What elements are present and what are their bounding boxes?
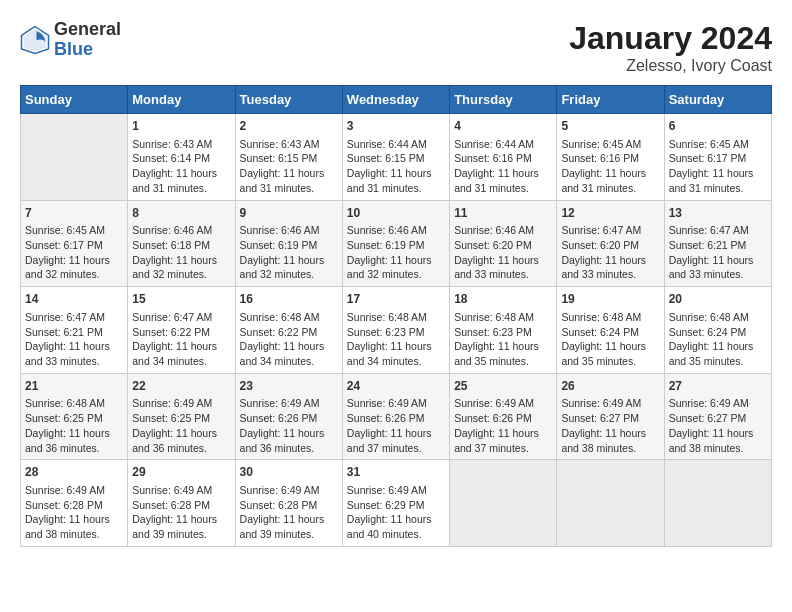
day-number: 28 [25,464,123,481]
day-number: 8 [132,205,230,222]
day-number: 12 [561,205,659,222]
day-number: 23 [240,378,338,395]
sunset-text: Sunset: 6:17 PM [669,151,767,166]
calendar-cell: 7Sunrise: 6:45 AMSunset: 6:17 PMDaylight… [21,200,128,287]
sunset-text: Sunset: 6:26 PM [347,411,445,426]
sunset-text: Sunset: 6:21 PM [25,325,123,340]
day-number: 10 [347,205,445,222]
daylight-text: Daylight: 11 hours and 33 minutes. [669,253,767,282]
sunset-text: Sunset: 6:26 PM [454,411,552,426]
calendar-cell: 9Sunrise: 6:46 AMSunset: 6:19 PMDaylight… [235,200,342,287]
calendar-cell: 15Sunrise: 6:47 AMSunset: 6:22 PMDayligh… [128,287,235,374]
sunset-text: Sunset: 6:26 PM [240,411,338,426]
calendar-cell: 31Sunrise: 6:49 AMSunset: 6:29 PMDayligh… [342,460,449,547]
calendar-cell: 27Sunrise: 6:49 AMSunset: 6:27 PMDayligh… [664,373,771,460]
calendar-cell: 24Sunrise: 6:49 AMSunset: 6:26 PMDayligh… [342,373,449,460]
day-number: 3 [347,118,445,135]
sunset-text: Sunset: 6:23 PM [454,325,552,340]
daylight-text: Daylight: 11 hours and 35 minutes. [454,339,552,368]
calendar-week-5: 28Sunrise: 6:49 AMSunset: 6:28 PMDayligh… [21,460,772,547]
day-number: 11 [454,205,552,222]
logo: General Blue [20,20,121,60]
sunset-text: Sunset: 6:28 PM [132,498,230,513]
sunrise-text: Sunrise: 6:43 AM [240,137,338,152]
sunset-text: Sunset: 6:15 PM [240,151,338,166]
daylight-text: Daylight: 11 hours and 32 minutes. [25,253,123,282]
day-number: 9 [240,205,338,222]
calendar-cell: 17Sunrise: 6:48 AMSunset: 6:23 PMDayligh… [342,287,449,374]
calendar-cell: 6Sunrise: 6:45 AMSunset: 6:17 PMDaylight… [664,114,771,201]
daylight-text: Daylight: 11 hours and 31 minutes. [240,166,338,195]
page-subtitle: Zelesso, Ivory Coast [569,57,772,75]
sunset-text: Sunset: 6:18 PM [132,238,230,253]
calendar-cell: 19Sunrise: 6:48 AMSunset: 6:24 PMDayligh… [557,287,664,374]
daylight-text: Daylight: 11 hours and 33 minutes. [561,253,659,282]
title-block: January 2024 Zelesso, Ivory Coast [569,20,772,75]
daylight-text: Daylight: 11 hours and 34 minutes. [240,339,338,368]
sunrise-text: Sunrise: 6:49 AM [240,483,338,498]
calendar-week-3: 14Sunrise: 6:47 AMSunset: 6:21 PMDayligh… [21,287,772,374]
daylight-text: Daylight: 11 hours and 40 minutes. [347,512,445,541]
calendar-cell: 4Sunrise: 6:44 AMSunset: 6:16 PMDaylight… [450,114,557,201]
calendar-cell: 10Sunrise: 6:46 AMSunset: 6:19 PMDayligh… [342,200,449,287]
sunset-text: Sunset: 6:24 PM [669,325,767,340]
day-header-tuesday: Tuesday [235,86,342,114]
calendar-cell: 11Sunrise: 6:46 AMSunset: 6:20 PMDayligh… [450,200,557,287]
day-header-monday: Monday [128,86,235,114]
sunset-text: Sunset: 6:21 PM [669,238,767,253]
day-number: 24 [347,378,445,395]
sunrise-text: Sunrise: 6:49 AM [132,396,230,411]
daylight-text: Daylight: 11 hours and 39 minutes. [132,512,230,541]
sunrise-text: Sunrise: 6:44 AM [454,137,552,152]
sunset-text: Sunset: 6:28 PM [240,498,338,513]
sunrise-text: Sunrise: 6:45 AM [669,137,767,152]
sunset-text: Sunset: 6:24 PM [561,325,659,340]
sunrise-text: Sunrise: 6:45 AM [25,223,123,238]
day-number: 2 [240,118,338,135]
calendar-cell: 23Sunrise: 6:49 AMSunset: 6:26 PMDayligh… [235,373,342,460]
daylight-text: Daylight: 11 hours and 31 minutes. [132,166,230,195]
sunrise-text: Sunrise: 6:49 AM [240,396,338,411]
day-header-sunday: Sunday [21,86,128,114]
calendar-week-4: 21Sunrise: 6:48 AMSunset: 6:25 PMDayligh… [21,373,772,460]
sunset-text: Sunset: 6:16 PM [561,151,659,166]
daylight-text: Daylight: 11 hours and 31 minutes. [561,166,659,195]
calendar-cell: 3Sunrise: 6:44 AMSunset: 6:15 PMDaylight… [342,114,449,201]
daylight-text: Daylight: 11 hours and 37 minutes. [454,426,552,455]
sunrise-text: Sunrise: 6:49 AM [561,396,659,411]
day-number: 15 [132,291,230,308]
daylight-text: Daylight: 11 hours and 31 minutes. [454,166,552,195]
calendar-cell: 29Sunrise: 6:49 AMSunset: 6:28 PMDayligh… [128,460,235,547]
daylight-text: Daylight: 11 hours and 35 minutes. [561,339,659,368]
calendar-table: SundayMondayTuesdayWednesdayThursdayFrid… [20,85,772,547]
sunrise-text: Sunrise: 6:49 AM [132,483,230,498]
day-header-friday: Friday [557,86,664,114]
logo-icon [20,25,50,55]
calendar-cell: 5Sunrise: 6:45 AMSunset: 6:16 PMDaylight… [557,114,664,201]
sunset-text: Sunset: 6:19 PM [240,238,338,253]
sunrise-text: Sunrise: 6:46 AM [132,223,230,238]
sunrise-text: Sunrise: 6:45 AM [561,137,659,152]
calendar-cell [557,460,664,547]
sunrise-text: Sunrise: 6:49 AM [25,483,123,498]
sunrise-text: Sunrise: 6:48 AM [240,310,338,325]
sunrise-text: Sunrise: 6:47 AM [132,310,230,325]
day-number: 14 [25,291,123,308]
sunset-text: Sunset: 6:29 PM [347,498,445,513]
sunset-text: Sunset: 6:15 PM [347,151,445,166]
day-number: 7 [25,205,123,222]
sunset-text: Sunset: 6:14 PM [132,151,230,166]
day-number: 25 [454,378,552,395]
sunset-text: Sunset: 6:19 PM [347,238,445,253]
daylight-text: Daylight: 11 hours and 31 minutes. [347,166,445,195]
sunset-text: Sunset: 6:20 PM [454,238,552,253]
calendar-header-row: SundayMondayTuesdayWednesdayThursdayFrid… [21,86,772,114]
sunrise-text: Sunrise: 6:43 AM [132,137,230,152]
sunset-text: Sunset: 6:16 PM [454,151,552,166]
day-number: 27 [669,378,767,395]
daylight-text: Daylight: 11 hours and 34 minutes. [132,339,230,368]
calendar-week-2: 7Sunrise: 6:45 AMSunset: 6:17 PMDaylight… [21,200,772,287]
logo-general: General [54,19,121,39]
sunset-text: Sunset: 6:25 PM [132,411,230,426]
calendar-cell: 12Sunrise: 6:47 AMSunset: 6:20 PMDayligh… [557,200,664,287]
